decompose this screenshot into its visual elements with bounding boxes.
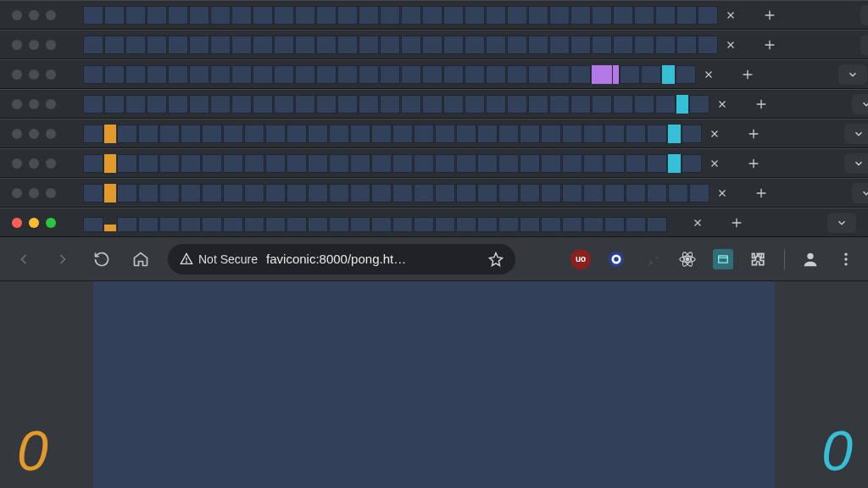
tab-favicon-cell[interactable] bbox=[682, 125, 702, 143]
tab-favicon-cell[interactable] bbox=[244, 217, 264, 232]
tab-favicon-cell[interactable] bbox=[337, 6, 358, 25]
tab-favicon-cell[interactable] bbox=[138, 154, 159, 173]
tab-favicon-cell[interactable] bbox=[125, 36, 146, 54]
tab-favicon-cell[interactable] bbox=[456, 125, 476, 143]
tab-favicon-cell[interactable] bbox=[570, 36, 591, 54]
new-tab-button[interactable] bbox=[757, 35, 782, 55]
tab-favicon-cell[interactable] bbox=[498, 184, 519, 202]
tab-favicon-cell[interactable] bbox=[308, 217, 328, 232]
tab-favicon-cell[interactable] bbox=[676, 65, 696, 84]
tab-favicon-cell[interactable] bbox=[350, 125, 370, 143]
tab-favicon-cell[interactable] bbox=[507, 95, 527, 114]
tab-favicon-cell[interactable] bbox=[422, 6, 442, 25]
tab-favicon-cell[interactable] bbox=[414, 125, 434, 143]
tab-favicon-cell[interactable] bbox=[231, 36, 252, 54]
tab-favicon-cell[interactable] bbox=[541, 184, 561, 202]
tab-favicon-cell[interactable] bbox=[583, 184, 604, 202]
tab-favicon-cell[interactable] bbox=[316, 36, 337, 54]
browser-window-background[interactable] bbox=[0, 89, 868, 119]
tab-favicon-cell[interactable] bbox=[435, 217, 455, 232]
close-tab-button[interactable] bbox=[696, 64, 721, 85]
tab-favicon-cell[interactable] bbox=[592, 95, 612, 114]
tab-favicon-cell[interactable] bbox=[210, 65, 231, 84]
tab-favicon-cell[interactable] bbox=[83, 184, 103, 202]
tab-favicon-cell[interactable] bbox=[380, 65, 400, 84]
tab-favicon-cell[interactable] bbox=[604, 125, 625, 143]
tab-favicon-cell[interactable] bbox=[477, 217, 498, 232]
tab-favicon-cell[interactable] bbox=[570, 6, 591, 25]
extensions-puzzle-icon[interactable] bbox=[748, 249, 769, 269]
tab-favicon-cell[interactable] bbox=[613, 95, 633, 114]
profile-avatar-icon[interactable] bbox=[800, 249, 821, 269]
tab-favicon-cell[interactable] bbox=[655, 6, 676, 25]
tab-favicon-cell[interactable] bbox=[359, 6, 379, 25]
tab-favicon-cell[interactable] bbox=[401, 36, 421, 54]
tab-favicon-cell[interactable] bbox=[138, 217, 159, 232]
tab-favicon-cell[interactable] bbox=[592, 6, 612, 25]
tab-favicon-cell[interactable] bbox=[181, 217, 201, 232]
pong-board[interactable] bbox=[93, 281, 775, 488]
tab-favicon-cell[interactable] bbox=[159, 217, 180, 232]
close-tab-button[interactable] bbox=[709, 94, 735, 114]
nav-forward-button[interactable] bbox=[51, 247, 75, 271]
tab-favicon-cell[interactable] bbox=[337, 36, 358, 54]
tab-favicon-cell[interactable] bbox=[613, 36, 633, 54]
browser-window-background[interactable] bbox=[0, 59, 868, 89]
tab-favicon-cell[interactable] bbox=[626, 184, 646, 202]
tab-favicon-cell[interactable] bbox=[147, 36, 167, 54]
browser-menu-icon[interactable] bbox=[836, 249, 856, 269]
tab-favicon-cell[interactable] bbox=[371, 154, 392, 173]
tab-favicon-cell[interactable] bbox=[676, 36, 697, 54]
tab-favicon-cell[interactable] bbox=[117, 184, 137, 202]
red-traffic-dot[interactable] bbox=[12, 218, 22, 228]
tab-favicon-cell[interactable] bbox=[520, 217, 540, 232]
tab-favicon-cell[interactable] bbox=[698, 36, 718, 54]
tab-favicon-cell[interactable] bbox=[414, 154, 434, 173]
tab-list-dropdown-button[interactable] bbox=[844, 153, 868, 174]
tab-favicon-cell[interactable] bbox=[265, 217, 286, 232]
privacy-badger-icon[interactable] bbox=[606, 249, 626, 269]
nav-back-button[interactable] bbox=[12, 247, 36, 271]
tab-favicon-cell[interactable] bbox=[528, 36, 548, 54]
tab-favicon-cell[interactable] bbox=[287, 184, 307, 202]
browser-window-background[interactable] bbox=[0, 0, 868, 30]
tab-favicon-cell[interactable] bbox=[316, 95, 337, 114]
tab-favicon-cell[interactable] bbox=[486, 65, 506, 84]
tab-favicon-cell[interactable] bbox=[655, 95, 676, 114]
tab-favicon-cell[interactable] bbox=[104, 65, 125, 84]
tab-favicon-cell[interactable] bbox=[104, 95, 125, 114]
tab-favicon-cell[interactable] bbox=[117, 125, 137, 143]
close-tab-button[interactable] bbox=[709, 183, 735, 203]
tab-favicon-cell[interactable] bbox=[541, 154, 561, 173]
tab-favicon-cell[interactable] bbox=[337, 65, 358, 84]
tab-favicon-cell[interactable] bbox=[435, 154, 455, 173]
tab-favicon-cell[interactable] bbox=[359, 65, 379, 84]
tab-favicon-cell[interactable] bbox=[371, 217, 392, 232]
tab-favicon-cell[interactable] bbox=[231, 6, 252, 25]
tab-favicon-cell[interactable] bbox=[549, 6, 570, 25]
tab-favicon-cell[interactable] bbox=[380, 36, 400, 54]
tab-list-dropdown-button[interactable] bbox=[860, 35, 868, 55]
tab-favicon-cell[interactable] bbox=[392, 184, 413, 202]
tab-favicon-cell[interactable] bbox=[456, 154, 476, 173]
tab-favicon-cell[interactable] bbox=[371, 184, 392, 202]
browser-window-background[interactable] bbox=[0, 119, 868, 148]
tab-favicon-cell[interactable] bbox=[295, 36, 315, 54]
tab-favicon-cell[interactable] bbox=[223, 125, 243, 143]
tab-favicon-cell[interactable] bbox=[231, 95, 252, 114]
tab-favicon-cell[interactable] bbox=[562, 217, 582, 232]
tab-favicon-cell[interactable] bbox=[435, 125, 455, 143]
tab-favicon-cell[interactable] bbox=[329, 154, 349, 173]
close-tab-button[interactable] bbox=[702, 153, 727, 174]
bookmark-star-icon[interactable] bbox=[488, 252, 504, 267]
tab-favicon-cell[interactable] bbox=[528, 6, 548, 25]
tab-favicon-cell[interactable] bbox=[422, 95, 442, 114]
tab-favicon-cell[interactable] bbox=[668, 125, 680, 143]
tab-favicon-cell[interactable] bbox=[210, 95, 231, 114]
tab-favicon-cell[interactable] bbox=[422, 65, 442, 84]
tab-favicon-cell[interactable] bbox=[477, 125, 498, 143]
tab-favicon-cell[interactable] bbox=[689, 184, 709, 202]
tab-favicon-cell[interactable] bbox=[562, 125, 582, 143]
tab-favicon-cell[interactable] bbox=[265, 125, 286, 143]
tab-favicon-cell[interactable] bbox=[104, 184, 116, 202]
